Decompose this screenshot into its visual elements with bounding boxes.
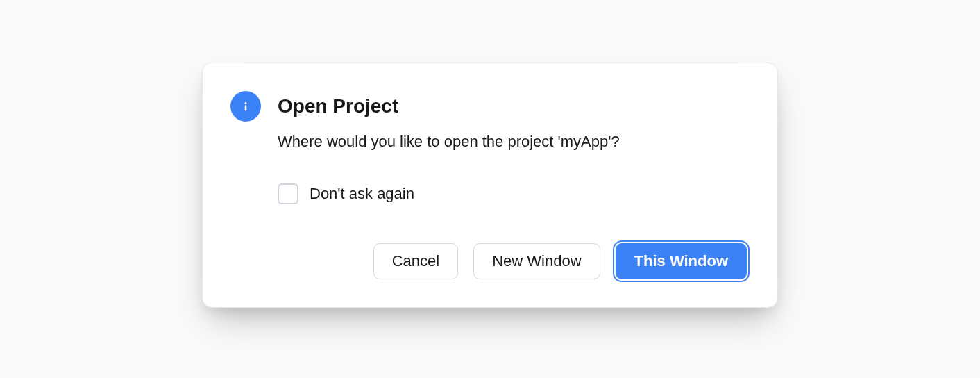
svg-point-0	[245, 102, 247, 104]
cancel-button[interactable]: Cancel	[373, 243, 458, 279]
info-icon	[230, 91, 261, 122]
open-project-dialog: Open Project Where would you like to ope…	[202, 63, 778, 308]
new-window-button[interactable]: New Window	[473, 243, 600, 279]
dialog-title: Open Project	[278, 95, 398, 117]
dialog-content: Where would you like to open the project…	[278, 131, 747, 279]
dialog-header: Open Project	[230, 91, 747, 122]
svg-rect-1	[245, 105, 247, 110]
dialog-message: Where would you like to open the project…	[278, 131, 747, 153]
dont-ask-again-checkbox[interactable]	[278, 183, 298, 204]
dialog-button-row: Cancel New Window This Window	[278, 243, 747, 279]
dont-ask-again-label[interactable]: Don't ask again	[310, 185, 414, 203]
dont-ask-again-row[interactable]: Don't ask again	[278, 183, 747, 204]
this-window-button[interactable]: This Window	[616, 243, 747, 279]
